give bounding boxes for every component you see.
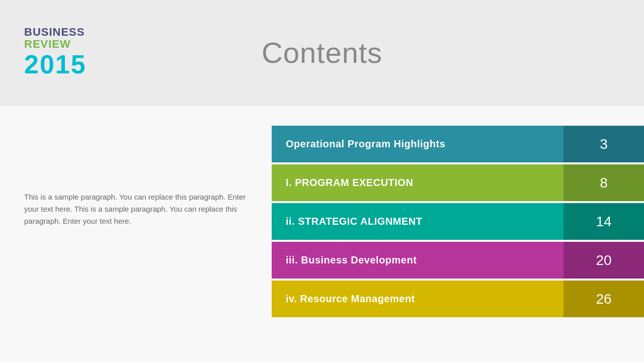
toc-label-4: iv. Resource Management bbox=[272, 281, 564, 317]
page-title: Contents bbox=[0, 36, 644, 69]
toc-page-0: 3 bbox=[564, 126, 644, 162]
toc-row[interactable]: Operational Program Highlights3 bbox=[272, 126, 644, 162]
table-of-contents: Operational Program Highlights3I. PROGRA… bbox=[272, 126, 644, 319]
toc-row[interactable]: I. PROGRAM EXECUTION8 bbox=[272, 164, 644, 201]
toc-row[interactable]: ii. STRATEGIC ALIGNMENT14 bbox=[272, 203, 644, 240]
toc-row[interactable]: iii. Business Development20 bbox=[272, 242, 644, 279]
main-content: This is a sample paragraph. You can repl… bbox=[0, 106, 644, 362]
brand-line2: REVIEW bbox=[24, 38, 87, 50]
brand-line1: BUSINESS bbox=[24, 26, 87, 38]
toc-row[interactable]: iv. Resource Management26 bbox=[272, 281, 644, 317]
toc-label-3: iii. Business Development bbox=[272, 242, 564, 279]
toc-page-2: 14 bbox=[564, 203, 644, 240]
left-panel: This is a sample paragraph. You can repl… bbox=[0, 126, 272, 227]
toc-label-1: I. PROGRAM EXECUTION bbox=[272, 164, 564, 201]
toc-label-2: ii. STRATEGIC ALIGNMENT bbox=[272, 203, 564, 240]
toc-page-4: 26 bbox=[564, 281, 644, 317]
header: BUSINESS REVIEW 2015 Contents bbox=[0, 0, 644, 106]
brand: BUSINESS REVIEW 2015 bbox=[24, 26, 87, 79]
toc-page-1: 8 bbox=[564, 164, 644, 201]
toc-page-3: 20 bbox=[564, 242, 644, 279]
sample-paragraph: This is a sample paragraph. You can repl… bbox=[24, 191, 252, 227]
brand-year: 2015 bbox=[24, 50, 87, 79]
toc-label-0: Operational Program Highlights bbox=[272, 126, 564, 162]
